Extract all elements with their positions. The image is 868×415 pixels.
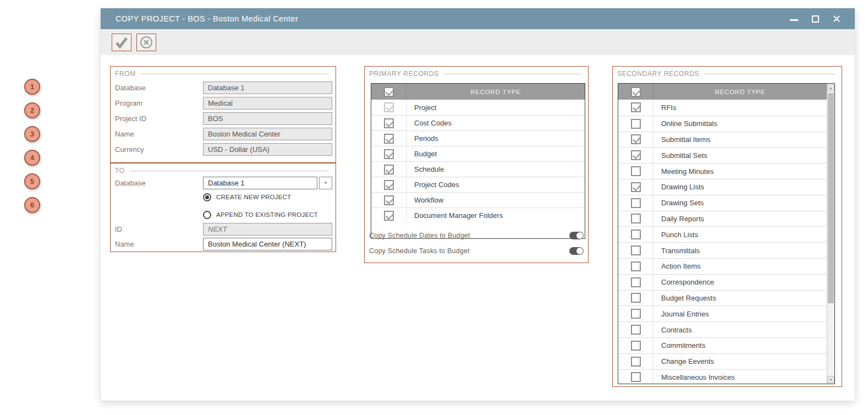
record-type-label: Drawing Sets: [653, 195, 827, 211]
from-fields: Database Database 1 Program Medical Proj…: [111, 81, 336, 156]
checkbox-cell: [618, 243, 653, 258]
record-checkbox[interactable]: [631, 372, 641, 382]
maximize-button[interactable]: [809, 13, 821, 25]
scroll-down-button[interactable]: ▼: [827, 376, 834, 383]
record-row: Project Codes: [371, 177, 585, 192]
record-checkbox[interactable]: [631, 182, 641, 192]
cancel-button[interactable]: [136, 34, 156, 51]
record-checkbox[interactable]: [631, 245, 641, 255]
close-button[interactable]: ✕: [831, 13, 843, 25]
circle-x-icon: [139, 35, 153, 50]
record-type-label: Change Eevents: [653, 354, 827, 369]
checkbox-cell: [371, 116, 406, 130]
record-checkbox[interactable]: [384, 118, 394, 128]
record-checkbox[interactable]: [631, 230, 641, 239]
scroll-up-button[interactable]: ▲: [827, 84, 834, 91]
checkbox-cell: [371, 177, 406, 192]
toggle-switch[interactable]: [569, 232, 584, 239]
record-row: Miscellaneous Invoices: [618, 369, 827, 384]
record-checkbox[interactable]: [631, 261, 641, 271]
legend-divider: [444, 74, 581, 74]
record-checkbox[interactable]: [631, 357, 641, 367]
checkbox-cell: [618, 306, 653, 321]
from-section: FROM Database Database 1 Program Medical…: [110, 66, 336, 163]
legend-divider: [130, 171, 329, 171]
form-row: Currency USD - Dollar (USA): [115, 143, 332, 156]
to-database-dropdown-button[interactable]: ▼: [319, 177, 332, 189]
field-label: Project ID: [115, 114, 203, 123]
readonly-field: USD - Dollar (USA): [203, 143, 332, 156]
record-type-label: RFIs: [653, 100, 827, 116]
checkbox-cell: [618, 211, 653, 227]
toggle-knob: [576, 232, 583, 239]
record-checkbox[interactable]: [631, 341, 641, 351]
record-row: RFIs: [618, 100, 827, 116]
checkbox-cell: [371, 131, 406, 146]
checkbox-cell: [618, 259, 653, 274]
checkbox-cell: [371, 162, 406, 177]
record-checkbox[interactable]: [631, 198, 641, 208]
record-checkbox[interactable]: [384, 149, 394, 159]
secondary-table-main: RECORD TYPE RFIs Online Submittals Submi…: [618, 84, 827, 384]
confirm-button[interactable]: [112, 34, 131, 51]
to-name-row: Name Boston Medical Center (NEXT): [115, 238, 332, 250]
to-database-select[interactable]: Database 1: [203, 177, 317, 189]
record-checkbox[interactable]: [384, 180, 394, 190]
checkbox-cell: [618, 132, 653, 148]
to-database-row: Database Database 1 ▼: [115, 177, 332, 189]
checkbox-cell: [618, 116, 653, 132]
record-checkbox[interactable]: [631, 102, 641, 112]
toggle-switch[interactable]: [569, 247, 584, 255]
minimize-icon: [790, 19, 798, 21]
record-type-label: Cost Codes: [406, 116, 585, 130]
record-checkbox[interactable]: [384, 165, 394, 174]
record-checkbox[interactable]: [631, 150, 641, 160]
readonly-field: BOS: [203, 112, 332, 125]
to-id-field: NEXT: [203, 223, 332, 236]
record-checkbox[interactable]: [384, 211, 394, 221]
annotation-number: 4: [30, 154, 34, 162]
checkbox-cell: [618, 354, 653, 369]
record-type-label: Transmittals: [653, 243, 827, 258]
record-row: Submittal Sets: [618, 147, 827, 163]
annotation-circle: 1: [24, 79, 40, 95]
annotation-number: 2: [30, 106, 34, 114]
record-row: Journal Entries: [618, 305, 827, 321]
primary-select-all-checkbox[interactable]: [384, 87, 394, 97]
record-checkbox[interactable]: [631, 166, 641, 176]
record-checkbox[interactable]: [631, 277, 641, 287]
record-row: Online Submittals: [618, 116, 827, 132]
minimize-button[interactable]: [788, 13, 800, 25]
dialog-body: FROM Database Database 1 Program Medical…: [101, 55, 855, 401]
to-name-field[interactable]: Boston Medical Center (NEXT): [203, 238, 332, 250]
append-to-existing-radio[interactable]: [203, 211, 211, 219]
to-database-combo: Database 1 ▼: [203, 177, 332, 189]
record-type-label: Miscellaneous Invoices: [653, 370, 827, 384]
record-type-label: Submittal Sets: [653, 148, 827, 163]
create-new-project-radio[interactable]: [203, 193, 211, 201]
record-checkbox[interactable]: [384, 134, 394, 144]
record-type-label: Commitments: [653, 338, 827, 353]
form-row: Database Database 1: [115, 81, 332, 94]
record-checkbox[interactable]: [631, 325, 641, 335]
record-checkbox[interactable]: [631, 309, 641, 319]
record-checkbox[interactable]: [631, 119, 641, 129]
record-type-label: Workflow: [406, 193, 585, 208]
to-id-row: ID NEXT: [115, 223, 332, 236]
record-checkbox[interactable]: [631, 134, 641, 144]
secondary-records-section: SECONDARY RECORDS RECORD TYPE RFIs: [612, 66, 842, 387]
record-row: Drawing Sets: [618, 195, 827, 211]
readonly-field: Medical: [203, 97, 332, 110]
secondary-select-all-checkbox[interactable]: [631, 87, 641, 97]
vertical-scrollbar[interactable]: ▲ ▼: [827, 84, 834, 384]
record-row: Schedule: [371, 161, 585, 177]
record-checkbox[interactable]: [631, 214, 641, 223]
dialog-titlebar[interactable]: COPY PROJECT - BOS - Boston Medical Cent…: [101, 8, 855, 29]
checkbox-cell: [618, 195, 653, 211]
record-checkbox[interactable]: [631, 293, 641, 303]
record-type-label: Budget: [406, 146, 585, 161]
readonly-field: Database 1: [203, 81, 332, 94]
scrollbar-thumb[interactable]: [828, 93, 834, 303]
record-checkbox[interactable]: [384, 195, 394, 205]
select-all-cell: [371, 84, 406, 100]
